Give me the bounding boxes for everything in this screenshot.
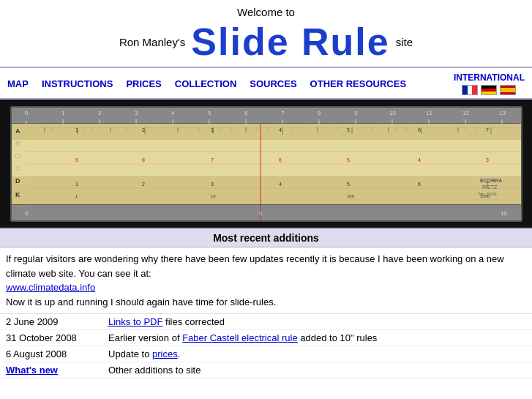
nav-prices[interactable]: PRICES: [126, 78, 161, 89]
svg-text:7: 7: [211, 157, 214, 163]
svg-text:RIETZ: RIETZ: [482, 184, 498, 190]
svg-text:2: 2: [98, 110, 102, 116]
navbar: MAP INSTRUCTIONS PRICES COLLECTION SOURC…: [0, 68, 532, 100]
svg-text:7: 7: [486, 127, 489, 133]
svg-text:6: 6: [418, 182, 421, 187]
nav-links: MAP INSTRUCTIONS PRICES COLLECTION SOURC…: [7, 78, 454, 89]
svg-text:11: 11: [426, 110, 432, 116]
svg-text:1: 1: [61, 110, 65, 116]
svg-text:5: 5: [347, 182, 350, 187]
flag-spain[interactable]: [500, 85, 516, 95]
site-prefix: Ron Manley's: [119, 36, 185, 48]
svg-text:3: 3: [486, 157, 489, 163]
climate-link[interactable]: www.climatedata.info: [6, 282, 95, 293]
intro-text: If regular visitors are wondering why th…: [0, 247, 532, 314]
svg-text:2: 2: [142, 182, 145, 187]
site-suffix: site: [396, 36, 413, 48]
svg-text:1000: 1000: [480, 194, 490, 198]
header: Welcome to Ron Manley's Slide Rule site: [0, 0, 532, 68]
svg-text:3: 3: [211, 182, 214, 187]
svg-text:4: 4: [171, 110, 175, 116]
update-date: 31 October 2008: [0, 330, 102, 346]
update-date: 6 August 2008: [0, 346, 102, 362]
svg-text:13: 13: [499, 110, 506, 116]
whats-new-link[interactable]: What's new: [6, 365, 58, 376]
svg-text:7: 7: [486, 182, 489, 187]
svg-text:0: 0: [25, 210, 29, 217]
svg-text:0: 0: [25, 110, 29, 116]
svg-text:5: 5: [208, 110, 211, 116]
table-row: 2 June 2009 Links to PDF files corrected: [0, 314, 532, 330]
sliderule-visual: 0 1 2 3 4 5 6 7 8 9 10: [10, 106, 522, 222]
table-row: What's new Other additions to site: [0, 362, 532, 379]
svg-text:K: K: [15, 191, 20, 198]
svg-text:6: 6: [418, 127, 421, 133]
faber-castell-link[interactable]: Faber Castell electrical rule: [182, 332, 298, 343]
sr-bottom-frame: 0 5 10: [12, 204, 521, 220]
update-description: Update to prices.: [102, 346, 532, 362]
svg-text:1: 1: [75, 194, 78, 198]
flag-france[interactable]: [462, 85, 478, 95]
svg-text:100: 100: [347, 194, 355, 198]
nav-other-resources[interactable]: OTHER RESOURCES: [310, 78, 406, 89]
svg-text:A: A: [15, 127, 20, 135]
most-recent-header: Most recent additions: [0, 229, 532, 247]
update-description: Earlier version of Faber Castell electri…: [102, 330, 532, 346]
welcome-text: Welcome to: [0, 6, 532, 18]
svg-text:5: 5: [347, 127, 350, 133]
svg-text:1: 1: [75, 127, 78, 133]
flag-germany[interactable]: [481, 85, 497, 95]
sr-scale-area: A B CI C D K: [12, 124, 521, 204]
pdf-link[interactable]: Links to PDF: [108, 316, 162, 327]
table-row: 31 October 2008 Earlier version of Faber…: [0, 330, 532, 346]
other-additions: Other additions to site: [102, 362, 532, 379]
svg-text:4: 4: [279, 127, 282, 133]
svg-text:5: 5: [347, 157, 350, 163]
intro-paragraph: If regular visitors are wondering why th…: [6, 253, 504, 279]
svg-text:1: 1: [75, 182, 78, 187]
svg-text:3: 3: [211, 127, 214, 133]
svg-text:10: 10: [501, 210, 507, 217]
whats-new-cell: What's new: [0, 362, 102, 379]
international-link[interactable]: INTERNATIONAL: [454, 72, 525, 83]
sliderule-image: 0 1 2 3 4 5 6 7 8 9 10: [0, 100, 532, 228]
nav-collection[interactable]: COLLECTION: [175, 78, 237, 89]
svg-text:8: 8: [142, 157, 145, 163]
svg-text:10: 10: [211, 194, 216, 198]
main-title: Slide Rule: [185, 20, 395, 64]
svg-rect-36: [12, 140, 522, 176]
table-row: 6 August 2008 Update to prices.: [0, 346, 532, 362]
nav-sources[interactable]: SOURCES: [250, 78, 296, 89]
svg-text:4: 4: [418, 157, 421, 163]
svg-text:4: 4: [279, 182, 282, 187]
svg-text:3: 3: [135, 110, 138, 116]
nav-map[interactable]: MAP: [7, 78, 29, 89]
content: Most recent additions If regular visitor…: [0, 228, 532, 379]
svg-text:6: 6: [279, 157, 282, 163]
sr-top-frame: 0 1 2 3 4 5 6 7 8 9 10: [12, 108, 521, 124]
update-description: Links to PDF files corrected: [102, 314, 532, 330]
svg-text:8: 8: [318, 110, 321, 116]
svg-text:D: D: [15, 177, 20, 184]
svg-text:9: 9: [354, 110, 358, 116]
svg-text:2: 2: [142, 127, 145, 133]
prices-link[interactable]: prices: [152, 348, 178, 359]
site-title-row: Ron Manley's Slide Rule site: [0, 20, 532, 64]
svg-text:12: 12: [462, 110, 469, 116]
international-section: INTERNATIONAL: [454, 72, 525, 95]
updates-table: 2 June 2009 Links to PDF files corrected…: [0, 314, 532, 379]
update-date: 2 June 2009: [0, 314, 102, 330]
svg-text:6: 6: [244, 110, 248, 116]
svg-text:9: 9: [75, 157, 78, 163]
nav-instructions[interactable]: INSTRUCTIONS: [42, 78, 113, 89]
flags: [462, 85, 516, 95]
svg-text:7: 7: [281, 110, 285, 116]
svg-text:ECOBRA: ECOBRA: [480, 178, 502, 183]
intro-paragraph-2: Now it is up and running I should again …: [6, 297, 276, 307]
svg-text:10: 10: [389, 110, 396, 116]
